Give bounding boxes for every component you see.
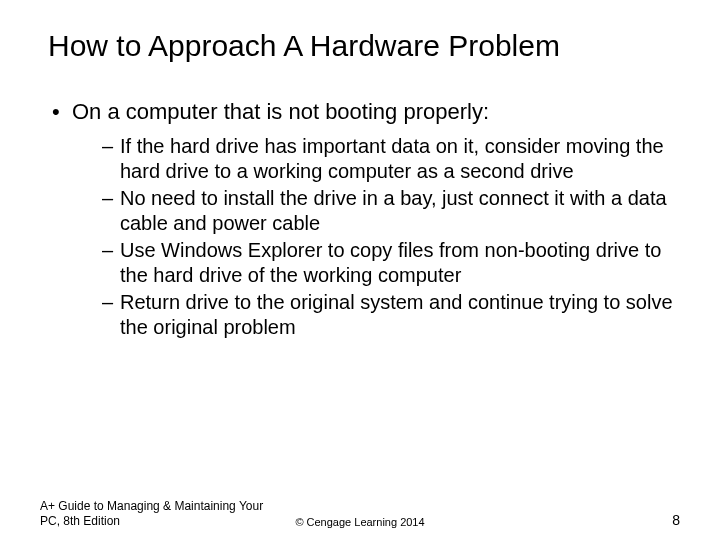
bullet-level1: On a computer that is not booting proper… <box>48 98 680 126</box>
bullet-level2: Return drive to the original system and … <box>102 290 680 340</box>
bullet-level2: No need to install the drive in a bay, j… <box>102 186 680 236</box>
footer-copyright: © Cengage Learning 2014 <box>295 516 424 528</box>
slide-title: How to Approach A Hardware Problem <box>0 0 720 64</box>
footer-page-number: 8 <box>672 512 680 528</box>
sublist: If the hard drive has important data on … <box>48 132 680 340</box>
bullet-level2: Use Windows Explorer to copy files from … <box>102 238 680 288</box>
bullet-level2: If the hard drive has important data on … <box>102 134 680 184</box>
slide-footer: A+ Guide to Managing & Maintaining Your … <box>0 499 720 528</box>
slide-content: On a computer that is not booting proper… <box>0 64 720 340</box>
footer-book-title: A+ Guide to Managing & Maintaining Your … <box>40 499 280 528</box>
